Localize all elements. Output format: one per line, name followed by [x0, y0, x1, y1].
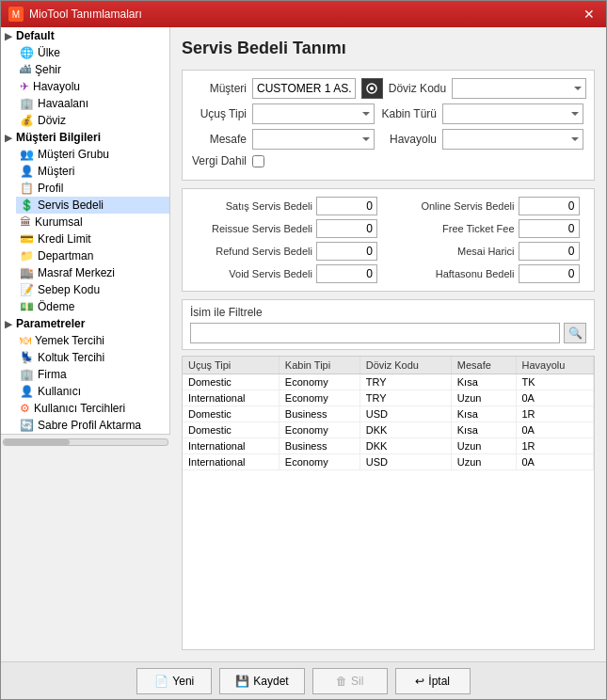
numbers-panel: Satış Servis Bedeli Online Servis Bedeli…	[182, 188, 595, 292]
sidebar-item-doviz[interactable]: 💰 Döviz	[16, 112, 169, 129]
corp-icon: 🏛	[20, 215, 31, 229]
table-row[interactable]: InternationalBusinessDKKUzun1R	[183, 438, 594, 454]
table-cell: Uzun	[451, 390, 516, 406]
col-mesafe: Mesafe	[451, 357, 516, 374]
sidebar-doviz-label: Döviz	[38, 114, 66, 127]
sidebar-item-ulke[interactable]: 🌐 Ülke	[16, 44, 169, 61]
vergi-dahil-checkbox[interactable]	[252, 155, 264, 167]
musteri-select-button[interactable]	[361, 78, 383, 99]
sidebar-kredi-label: Kredi Limit	[38, 232, 91, 246]
mesafe-select[interactable]	[252, 129, 375, 150]
sidebar-item-sebep[interactable]: 📝 Sebep Kodu	[16, 281, 169, 298]
sidebar-item-masraf[interactable]: 🏬 Masraf Merkezi	[16, 264, 169, 281]
satis-row: Satış Servis Bedeli	[190, 197, 385, 215]
havayolu-select[interactable]	[442, 129, 583, 150]
scroll-track	[3, 438, 168, 446]
sidebar-scrollbar[interactable]	[1, 434, 170, 449]
kabin-turu-select[interactable]	[442, 103, 583, 124]
table-row[interactable]: DomesticBusinessUSDKısa1R	[183, 406, 594, 422]
sidebar-item-departman[interactable]: 📁 Departman	[16, 247, 169, 264]
kabin-turu-label: Kabin Türü	[380, 107, 437, 120]
title-bar-left: M MioTool Tanımlamaları	[8, 7, 142, 22]
search-icon: 🔍	[568, 326, 583, 340]
sidebar-item-koltuk[interactable]: 💺 Koltuk Tercihi	[16, 349, 169, 366]
sil-button[interactable]: 🗑 Sil	[312, 668, 388, 694]
haftasonu-input[interactable]	[519, 264, 580, 283]
col-havayolu: Havayolu	[516, 357, 594, 374]
table-cell: International	[183, 454, 279, 470]
sidebar-odeme-label: Ödeme	[38, 300, 74, 313]
col-ucus-tipi: Uçuş Tipi	[183, 357, 279, 374]
plane-icon: ✈	[20, 80, 29, 93]
sidebar-item-kurumsal[interactable]: 🏛 Kurumsal	[16, 214, 169, 231]
mesai-input[interactable]	[519, 242, 580, 261]
reason-icon: 📝	[20, 283, 34, 296]
sidebar-item-kredi[interactable]: 💳 Kredi Limit	[16, 231, 169, 247]
sidebar-musteri-children: 👥 Müşteri Grubu 👤 Müşteri 📋 Profil 💲 Ser…	[1, 146, 169, 315]
vergi-dahil-label: Vergi Dahil	[190, 154, 247, 167]
filter-input[interactable]	[190, 323, 560, 343]
sidebar-item-havayolu[interactable]: ✈ Havayolu	[16, 78, 169, 95]
company-icon: 🏢	[20, 368, 34, 381]
sidebar-item-musteri-grubu[interactable]: 👥 Müşteri Grubu	[16, 146, 169, 163]
table-cell: International	[183, 390, 279, 406]
sidebar-group-default[interactable]: ▶ Default	[1, 27, 169, 44]
sidebar-container: ▶ Default 🌐 Ülke 🏙 Şehir ✈ Havayolu	[1, 27, 170, 661]
reissue-input[interactable]	[316, 219, 377, 238]
doviz-kodu-select[interactable]	[452, 78, 586, 99]
sidebar-item-sehir[interactable]: 🏙 Şehir	[16, 61, 169, 78]
sidebar-group-musteri[interactable]: ▶ Müşteri Bilgileri	[1, 129, 169, 146]
haftasonu-label: Haftasonu Bedeli	[392, 268, 515, 279]
table-cell: Uzun	[451, 454, 516, 470]
sidebar-item-kullanici-tercihleri[interactable]: ⚙ Kullanıcı Tercihleri	[16, 400, 169, 417]
form-panel: Müşteri Döviz Kodu Uçuş Tipi	[182, 70, 595, 181]
kaydet-label: Kaydet	[253, 675, 288, 688]
kaydet-icon: 💾	[235, 675, 249, 688]
ucus-tipi-select[interactable]	[252, 103, 375, 124]
window-title: MioTool Tanımlamaları	[29, 8, 142, 21]
content-area: Servis Bedeli Tanımı Müşteri Döviz Kodu	[170, 27, 606, 661]
sidebar-item-firma[interactable]: 🏢 Firma	[16, 366, 169, 383]
table-row[interactable]: DomesticEconomyTRYKısaTK	[183, 374, 594, 390]
expand-icon3: ▶	[5, 319, 12, 329]
sil-icon: 🗑	[336, 675, 347, 688]
sidebar-item-yemek[interactable]: 🍽 Yemek Tercihi	[16, 332, 169, 349]
main-layout: ▶ Default 🌐 Ülke 🏙 Şehir ✈ Havayolu	[1, 27, 606, 661]
table-cell: Domestic	[183, 406, 279, 422]
void-input[interactable]	[316, 264, 377, 283]
havayolu-label: Havayolu	[380, 133, 437, 146]
yeni-button[interactable]: 📄 Yeni	[136, 668, 212, 694]
iptal-button[interactable]: ↩ İptal	[395, 668, 471, 694]
void-label: Void Servis Bedeli	[190, 268, 312, 279]
payment-icon: 💵	[20, 300, 34, 313]
musteri-input[interactable]	[252, 78, 356, 99]
filter-search-button[interactable]: 🔍	[564, 323, 586, 343]
table-header-row: Uçuş Tipi Kabin Tipi Döviz Kodu Mesafe H…	[183, 357, 594, 374]
yeni-icon: 📄	[154, 675, 168, 688]
free-ticket-input[interactable]	[519, 219, 580, 238]
refund-input[interactable]	[316, 242, 377, 261]
table-row[interactable]: InternationalEconomyUSDUzun0A	[183, 454, 594, 470]
sidebar-item-profil[interactable]: 📋 Profil	[16, 180, 169, 197]
sidebar: ▶ Default 🌐 Ülke 🏙 Şehir ✈ Havayolu	[1, 27, 170, 434]
office-icon: 🏬	[20, 266, 34, 279]
table-row[interactable]: InternationalEconomyTRYUzun0A	[183, 390, 594, 406]
table-header: Uçuş Tipi Kabin Tipi Döviz Kodu Mesafe H…	[183, 357, 594, 374]
sidebar-item-havaalani[interactable]: 🏢 Havaalanı	[16, 95, 169, 112]
table-row[interactable]: DomesticEconomyDKKKısa0A	[183, 422, 594, 438]
sidebar-item-odeme[interactable]: 💵 Ödeme	[16, 298, 169, 315]
form-row-ucus: Uçuş Tipi Kabin Türü	[190, 103, 586, 124]
iptal-icon: ↩	[415, 675, 424, 688]
sidebar-group-parametreler[interactable]: ▶ Parametreler	[1, 315, 169, 332]
sidebar-item-musteri[interactable]: 👤 Müşteri	[16, 163, 169, 180]
online-input[interactable]	[519, 197, 580, 215]
close-button[interactable]: ✕	[580, 7, 599, 22]
satis-input[interactable]	[316, 197, 377, 215]
table-cell: 1R	[516, 438, 594, 454]
sidebar-item-kullanici[interactable]: 👤 Kullanıcı	[16, 383, 169, 400]
sidebar-item-servis-bedeli[interactable]: 💲 Servis Bedeli	[16, 197, 169, 214]
kaydet-button[interactable]: 💾 Kaydet	[219, 668, 304, 694]
sidebar-item-sabre[interactable]: 🔄 Sabre Profil Aktarma	[16, 417, 169, 434]
sidebar-kullanici-label: Kullanıcı	[38, 385, 81, 398]
sidebar-musteri-grubu-label: Müşteri Grubu	[38, 148, 109, 161]
